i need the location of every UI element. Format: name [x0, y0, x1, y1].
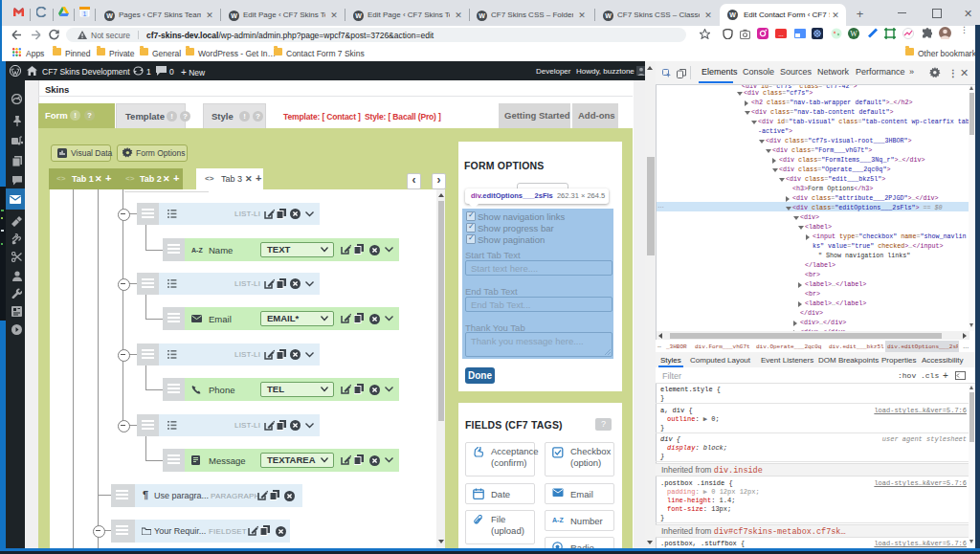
svg-text:…: … [778, 32, 784, 37]
svg-text:1: 1 [83, 11, 87, 17]
svg-text:W: W [850, 30, 858, 38]
